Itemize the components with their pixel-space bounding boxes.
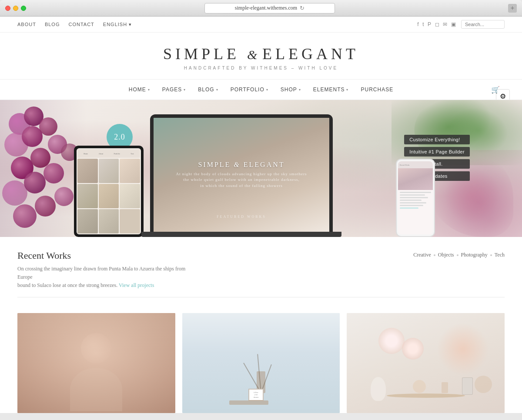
nav-blog-top[interactable]: BLOG: [45, 22, 60, 27]
nav-english[interactable]: ENGLISH ▾: [103, 22, 132, 27]
filter-creative[interactable]: Creative: [413, 252, 431, 258]
device-mockups: HomeAboutPortfolioText: [87, 109, 413, 237]
divider: [17, 297, 505, 297]
browser-titlebar: simple-elegant.withemes.com ↻ +: [0, 0, 522, 17]
nav-shop[interactable]: SHOP ▾: [276, 85, 305, 94]
recent-works-title: Recent Works: [17, 250, 191, 261]
nav-contact[interactable]: CONTACT: [68, 22, 94, 27]
filter-photography[interactable]: Photography: [461, 252, 488, 258]
nav-about[interactable]: ABOUT: [17, 22, 36, 27]
laptop-mockup: SIMPLE & ELEGANT At night the body of cl…: [150, 114, 333, 232]
pinterest-icon[interactable]: P: [428, 21, 432, 27]
laptop-screen-subtitle: At night the body of clouds advancing hi…: [163, 171, 320, 189]
shop-dropdown-arrow: ▾: [299, 88, 301, 92]
tablet-img-1: [77, 159, 98, 183]
nav-elements[interactable]: ELEMENTS ▾: [309, 85, 353, 94]
laptop-base: [141, 232, 341, 237]
works-grid: followyourdreams: [0, 313, 522, 413]
phone-text-line-3: [400, 197, 428, 198]
add-tab-button[interactable]: +: [508, 4, 517, 13]
elements-dropdown-arrow: ▾: [346, 88, 348, 92]
site-header: SIMPLE & ELEGANT HANDCRAFTED BY WITHEMES…: [0, 33, 522, 79]
maximize-button[interactable]: [21, 6, 26, 11]
reload-icon[interactable]: ↻: [300, 5, 304, 12]
facebook-icon[interactable]: f: [417, 21, 419, 27]
recent-works-info: Recent Works On crossing the imaginary l…: [17, 250, 191, 290]
social-icons: f t P ◻ ✉ ▣: [417, 21, 456, 27]
url-text: simple-elegant.withemes.com: [235, 5, 297, 11]
site-title-right: ELEGANT: [262, 45, 359, 63]
site-title: SIMPLE & ELEGANT: [9, 45, 513, 63]
recent-works-description: On crossing the imaginary line drawn fro…: [17, 265, 191, 290]
laptop-screen-title: SIMPLE & ELEGANT: [198, 161, 284, 169]
phone-screen: Recent Works: [398, 161, 433, 234]
tablet-img-8: [99, 209, 119, 233]
phone-screen-header: Recent Works: [398, 161, 433, 168]
minimize-button[interactable]: [13, 6, 18, 11]
hero-banner: 2.0 HomeAboutPortfolioText: [0, 100, 522, 237]
tablet-img-9: [120, 209, 140, 233]
tablet-screen: HomeAboutPortfolioText: [77, 148, 141, 234]
filter-dot-3: [490, 254, 492, 256]
home-dropdown-arrow: ▾: [148, 88, 150, 92]
works-filters: Creative Objects Photography Tech: [413, 252, 505, 258]
nav-pages[interactable]: PAGES ▾: [158, 85, 190, 94]
url-bar: simple-elegant.withemes.com ↻: [31, 3, 508, 13]
feature-label-1: Customize Everything!: [404, 135, 470, 144]
tablet-img-4: [77, 184, 98, 208]
feature-label-2: Intuitive #1 Page Builder: [404, 147, 470, 157]
tablet-img-7: [77, 209, 98, 233]
top-navigation: ABOUT BLOG CONTACT ENGLISH ▾: [17, 22, 132, 27]
filter-tech[interactable]: Tech: [495, 252, 505, 258]
work-image-1: [17, 313, 175, 413]
work-item-2[interactable]: followyourdreams: [182, 313, 340, 413]
main-navigation: HOME ▾ PAGES ▾ BLOG ▾ PORTFOLIO ▾ SHOP ▾…: [0, 79, 522, 100]
twitter-icon[interactable]: t: [422, 21, 424, 27]
nav-blog[interactable]: BLOG ▾: [194, 85, 222, 94]
filter-dot-1: [434, 254, 435, 256]
work-image-3: [347, 313, 505, 413]
work-image-2: followyourdreams: [182, 313, 340, 413]
site-tagline: HANDCRAFTED BY WITHEMES – WITH LOVE: [9, 66, 513, 70]
website-content: ABOUT BLOG CONTACT ENGLISH ▾ f t P ◻ ✉ ▣: [0, 17, 522, 413]
site-title-left: SIMPLE: [163, 45, 240, 63]
browser-window: simple-elegant.withemes.com ↻ + ABOUT BL…: [0, 0, 522, 413]
view-all-link[interactable]: View all projects: [119, 282, 154, 288]
phone-text-line-5: [400, 202, 426, 203]
pages-dropdown-arrow: ▾: [184, 88, 186, 92]
recent-works-section: Recent Works On crossing the imaginary l…: [0, 237, 522, 313]
cart-icon[interactable]: 🛒: [491, 86, 500, 94]
laptop-screen-label: FEATURED WORKS: [217, 215, 266, 219]
work-item-1[interactable]: [17, 313, 175, 413]
tablet-mockup: HomeAboutPortfolioText: [74, 146, 144, 237]
close-button[interactable]: [5, 6, 10, 11]
instagram-icon[interactable]: ◻: [435, 21, 440, 27]
portfolio-dropdown-arrow: ▾: [266, 88, 268, 92]
filter-objects[interactable]: Objects: [438, 252, 454, 258]
laptop-screen: SIMPLE & ELEGANT At night the body of cl…: [154, 118, 329, 232]
phone-hero-image: [398, 168, 433, 190]
recent-works-header: Recent Works On crossing the imaginary l…: [17, 250, 505, 290]
tablet-img-6: [120, 184, 140, 208]
phone-text-line-4: [400, 200, 422, 201]
site-title-ampersand: &: [247, 47, 262, 62]
top-bar: ABOUT BLOG CONTACT ENGLISH ▾ f t P ◻ ✉ ▣: [0, 17, 522, 33]
nav-purchase[interactable]: PURCHASE: [356, 85, 398, 94]
nav-home[interactable]: HOME ▾: [124, 85, 154, 94]
phone-text-line-6: [400, 205, 423, 206]
work-item-3[interactable]: [347, 313, 505, 413]
rss-icon[interactable]: ▣: [451, 21, 456, 27]
tablet-img-5: [99, 184, 119, 208]
filter-dot-2: [457, 254, 458, 256]
tablet-img-2: [99, 159, 119, 183]
url-input[interactable]: simple-elegant.withemes.com ↻: [204, 3, 335, 13]
phone-text-line-1: [400, 192, 431, 193]
top-right-area: f t P ◻ ✉ ▣: [417, 20, 505, 29]
email-icon[interactable]: ✉: [443, 21, 448, 27]
phone-link-line: [400, 207, 418, 209]
tablet-img-3: [120, 159, 140, 183]
search-input[interactable]: [461, 20, 505, 29]
blog-dropdown-arrow: ▾: [216, 88, 218, 92]
window-controls: [5, 6, 26, 11]
nav-portfolio[interactable]: PORTFOLIO ▾: [226, 85, 273, 94]
